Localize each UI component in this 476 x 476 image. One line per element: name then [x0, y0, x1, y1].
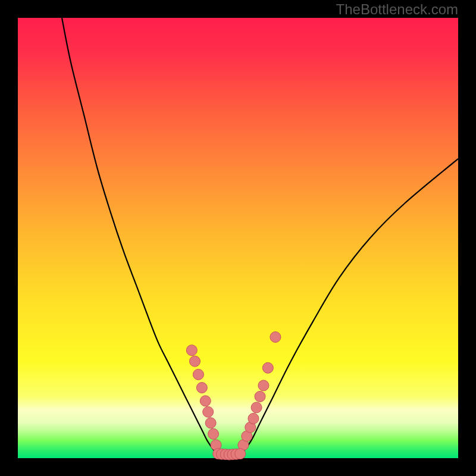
- watermark-label: TheBottleneck.com: [336, 1, 458, 18]
- plot-area: [18, 18, 458, 458]
- data-point: [208, 428, 219, 439]
- data-point: [255, 391, 265, 402]
- data-point: [203, 406, 214, 417]
- data-point: [270, 332, 281, 343]
- data-point: [193, 369, 203, 380]
- data-point: [262, 362, 273, 373]
- data-point: [258, 380, 269, 391]
- data-markers: [186, 332, 281, 461]
- data-point: [205, 418, 216, 428]
- outer-frame: TheBottleneck.com: [0, 0, 476, 476]
- data-point: [248, 413, 259, 424]
- data-point: [235, 449, 246, 459]
- curve-layer: [18, 18, 458, 458]
- data-point: [200, 396, 211, 406]
- data-point: [251, 402, 262, 413]
- data-point: [196, 383, 207, 393]
- data-point: [189, 356, 200, 367]
- data-point: [186, 345, 197, 356]
